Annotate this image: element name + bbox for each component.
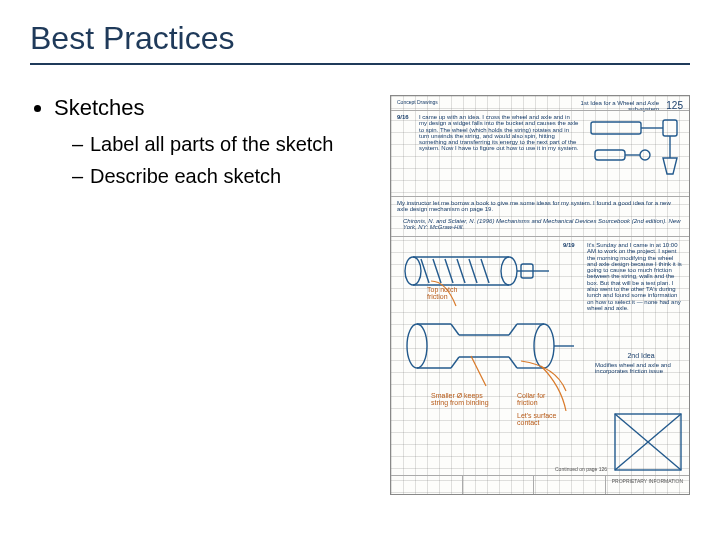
bullet-list: Sketches Label all parts of the sketch D… bbox=[30, 95, 370, 189]
anno-top: Top notch friction bbox=[427, 286, 477, 301]
svg-point-6 bbox=[640, 150, 650, 160]
anno-collar: Collar for friction bbox=[517, 392, 567, 407]
bullet-l2a: Label all parts of the sketch bbox=[72, 131, 370, 157]
image-column: 125 Concept Drawings 1st Idea for a Whee… bbox=[370, 95, 690, 495]
note-2: My instructor let me borrow a book to gi… bbox=[397, 200, 681, 213]
idea2-label: 2nd Idea bbox=[601, 352, 681, 359]
slide-title: Best Practices bbox=[30, 20, 690, 65]
notebook-page: 125 Concept Drawings 1st Idea for a Whee… bbox=[390, 95, 690, 495]
header-left: Concept Drawings bbox=[397, 100, 438, 105]
svg-rect-2 bbox=[663, 120, 677, 136]
note-1: I came up with an idea. I cross the whee… bbox=[419, 114, 579, 152]
slide: Best Practices Sketches Label all parts … bbox=[0, 0, 720, 540]
svg-rect-0 bbox=[591, 122, 641, 134]
divider bbox=[391, 110, 689, 111]
sub-bullet-list: Label all parts of the sketch Describe e… bbox=[54, 131, 370, 189]
bullet-l1: Sketches Label all parts of the sketch D… bbox=[54, 95, 370, 189]
sketch-1 bbox=[585, 112, 685, 192]
crossout-icon bbox=[613, 412, 683, 472]
anno-smaller: Smaller Ø keeps string from binding bbox=[431, 392, 491, 407]
anno-surface: Let's surface contact bbox=[517, 412, 569, 427]
bullet-l1-text: Sketches bbox=[54, 95, 145, 120]
footer-proprietary: PROPRIETARY INFORMATION bbox=[606, 476, 689, 494]
idea2-text: Modifies wheel and axle and incorporates… bbox=[595, 362, 685, 375]
citation: Chironis, N. and Sclater, N. (1996) Mech… bbox=[403, 218, 681, 231]
date-1: 9/16 bbox=[397, 114, 409, 120]
footer-cell bbox=[391, 476, 463, 494]
footer-cell bbox=[534, 476, 606, 494]
footer-continued: Continued on page 126 bbox=[555, 467, 607, 472]
divider bbox=[391, 236, 689, 237]
notebook-footer: PROPRIETARY INFORMATION bbox=[391, 475, 689, 494]
bullet-l2b: Describe each sketch bbox=[72, 163, 370, 189]
content-row: Sketches Label all parts of the sketch D… bbox=[30, 95, 690, 495]
svg-rect-4 bbox=[595, 150, 625, 160]
divider bbox=[391, 196, 689, 197]
text-column: Sketches Label all parts of the sketch D… bbox=[30, 95, 370, 199]
footer-cell bbox=[463, 476, 535, 494]
